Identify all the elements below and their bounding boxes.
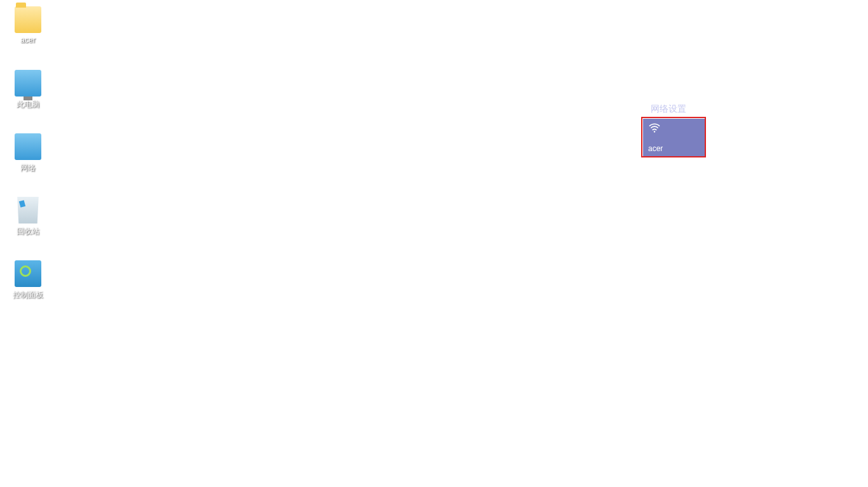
airplane-mode-tile[interactable]: ✈ 飞行模式 xyxy=(709,119,771,157)
airplane-icon: ✈ xyxy=(714,123,766,137)
icon-label: 网络 xyxy=(20,163,36,173)
desktop-icons: acer 此电脑 网络 回收站 控制面板 xyxy=(5,4,51,321)
desktop-icon-user-folder[interactable]: acer xyxy=(5,4,51,60)
network-settings-label[interactable]: 网络设置 xyxy=(639,98,868,119)
icon-label: 此电脑 xyxy=(17,99,39,110)
recycle-bin-icon xyxy=(15,197,41,223)
desktop-icon-this-pc[interactable]: 此电脑 xyxy=(5,67,51,123)
desktop-icon-control-panel[interactable]: 控制面板 xyxy=(5,258,51,314)
icon-label: acer xyxy=(20,36,35,44)
control-panel-icon xyxy=(15,260,41,287)
network-icon xyxy=(15,133,41,160)
wifi-icon xyxy=(648,123,700,136)
wifi-tile[interactable]: acer xyxy=(643,119,705,157)
icon-label: 回收站 xyxy=(17,226,39,237)
pc-icon xyxy=(15,70,41,97)
desktop-icon-network[interactable]: 网络 xyxy=(5,131,51,187)
airplane-tile-label: 飞行模式 xyxy=(714,142,766,153)
desktop-icon-recycle-bin[interactable]: 回收站 xyxy=(5,194,51,250)
network-quick-tiles: acer ✈ 飞行模式 xyxy=(639,119,868,161)
svg-point-9 xyxy=(654,131,655,132)
icon-label: 控制面板 xyxy=(13,290,43,300)
folder-icon xyxy=(15,6,41,33)
wallpaper-brand: a xyxy=(598,114,633,195)
wifi-tile-label: acer xyxy=(648,144,700,153)
